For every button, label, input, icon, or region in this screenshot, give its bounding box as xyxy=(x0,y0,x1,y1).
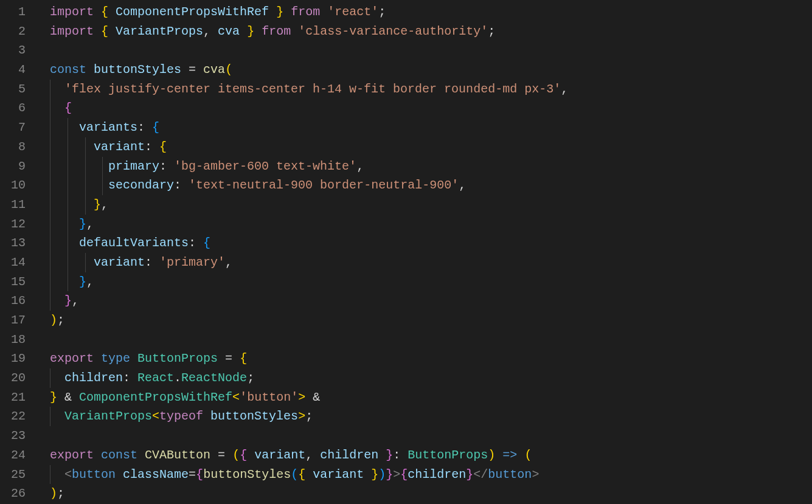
token xyxy=(50,120,79,134)
indent-guide xyxy=(85,137,86,157)
token: from xyxy=(262,24,291,38)
token xyxy=(57,390,64,404)
line-number: 6 xyxy=(0,98,26,118)
token xyxy=(210,448,218,462)
token: import xyxy=(50,5,94,19)
token xyxy=(50,178,108,192)
token: ; xyxy=(57,313,64,327)
token: : xyxy=(189,236,196,250)
token xyxy=(50,101,64,115)
token: ButtonProps xyxy=(408,448,488,462)
token: , xyxy=(356,159,364,173)
code-line[interactable]: ); xyxy=(50,311,812,330)
code-line[interactable]: import { ComponentPropsWithRef } from 'r… xyxy=(50,2,812,22)
token xyxy=(116,468,123,482)
token: secondary xyxy=(108,178,174,192)
code-line[interactable]: }, xyxy=(50,195,812,215)
token: < xyxy=(232,390,240,404)
token: 'primary' xyxy=(159,255,225,269)
token: 'flex justify-center items-center h-14 w… xyxy=(64,82,561,96)
token xyxy=(225,448,232,462)
token: > xyxy=(298,390,305,404)
code-area[interactable]: import { ComponentPropsWithRef } from 'r… xyxy=(36,0,812,504)
token: primary xyxy=(108,159,159,173)
code-line[interactable] xyxy=(50,41,812,60)
token: children xyxy=(320,448,378,462)
code-line[interactable]: VariantProps<typeof buttonStyles>; xyxy=(50,407,812,426)
token: ( xyxy=(291,468,298,482)
line-number: 14 xyxy=(0,253,26,272)
line-number: 12 xyxy=(0,215,26,234)
code-line[interactable]: variants: { xyxy=(50,118,812,137)
token: ComponentPropsWithRef xyxy=(79,390,232,404)
token xyxy=(130,351,137,365)
indent-guide xyxy=(102,157,103,176)
token: buttonStyles xyxy=(94,63,181,77)
token: { xyxy=(298,468,305,482)
code-line[interactable]: const buttonStyles = cva( xyxy=(50,60,812,80)
token: export xyxy=(50,351,94,365)
code-line[interactable]: variant: 'primary', xyxy=(50,253,812,272)
code-line[interactable]: 'flex justify-center items-center h-14 w… xyxy=(50,80,812,99)
token: { xyxy=(159,140,167,154)
token: : xyxy=(159,159,167,173)
token: } xyxy=(50,390,57,404)
token: } xyxy=(386,468,393,482)
token: ButtonProps xyxy=(137,351,218,365)
token xyxy=(50,371,64,385)
indent-guide xyxy=(50,233,50,253)
token: } xyxy=(64,294,72,308)
token: CVAButton xyxy=(145,448,210,462)
code-line[interactable]: export type ButtonProps = { xyxy=(50,349,812,368)
code-line[interactable]: secondary: 'text-neutral-900 border-neut… xyxy=(50,176,812,195)
code-line[interactable]: export const CVAButton = ({ variant, chi… xyxy=(50,446,812,465)
indent-guide xyxy=(68,272,68,292)
token xyxy=(50,468,64,482)
code-line[interactable]: { xyxy=(50,98,812,118)
code-line[interactable]: }, xyxy=(50,291,812,311)
token xyxy=(72,390,79,404)
code-line[interactable] xyxy=(50,426,812,446)
indent-guide xyxy=(50,215,50,234)
token: ) xyxy=(50,486,57,500)
line-number: 16 xyxy=(0,291,26,311)
token: : xyxy=(145,255,152,269)
token xyxy=(94,5,101,19)
token: { xyxy=(152,120,159,134)
token: type xyxy=(101,351,130,365)
code-line[interactable]: }, xyxy=(50,215,812,234)
token: , xyxy=(459,178,466,192)
token xyxy=(167,159,174,173)
code-line[interactable]: } & ComponentPropsWithRef<'button'> & xyxy=(50,388,812,407)
indent-guide xyxy=(50,407,50,426)
code-line[interactable]: children: React.ReactNode; xyxy=(50,368,812,388)
token: } xyxy=(466,468,473,482)
indent-guide xyxy=(50,118,50,137)
code-line[interactable]: variant: { xyxy=(50,137,812,157)
code-editor[interactable]: 1234567891011121314151617181920212223242… xyxy=(0,0,812,504)
token: variant xyxy=(313,468,364,482)
token xyxy=(196,236,203,250)
token: { xyxy=(240,448,247,462)
token: 'text-neutral-900 border-neutral-900' xyxy=(189,178,459,192)
indent-guide xyxy=(85,157,86,176)
code-line[interactable]: defaultVariants: { xyxy=(50,233,812,253)
indent-guide xyxy=(68,137,68,157)
token: ; xyxy=(378,5,386,19)
code-line[interactable]: ); xyxy=(50,484,812,503)
token xyxy=(203,409,210,423)
token: : xyxy=(123,371,130,385)
token xyxy=(94,24,101,38)
token: = xyxy=(189,468,196,482)
token xyxy=(320,5,327,19)
indent-guide xyxy=(50,291,50,311)
code-line[interactable]: primary: 'bg-amber-600 text-white', xyxy=(50,157,812,176)
token: ) xyxy=(488,448,495,462)
code-line[interactable] xyxy=(50,330,812,350)
token: { xyxy=(400,468,408,482)
token: & xyxy=(64,390,72,404)
code-line[interactable]: <button className={buttonStyles({ varian… xyxy=(50,465,812,485)
code-line[interactable]: }, xyxy=(50,272,812,292)
token: } xyxy=(276,5,283,19)
code-line[interactable]: import { VariantProps, cva } from 'class… xyxy=(50,22,812,41)
